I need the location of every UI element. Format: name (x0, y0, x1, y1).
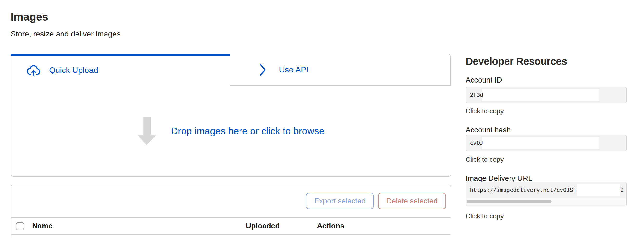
active-tab-indicator (10, 54, 230, 56)
dropzone-label: Drop images here or click to browse (171, 125, 324, 136)
account-id-copy-hint: Click to copy (466, 107, 504, 115)
select-all-checkbox[interactable] (16, 222, 24, 230)
account-hash-value: cv0J (470, 135, 483, 151)
image-list-card: Export selected Delete selected Name Upl… (10, 185, 451, 238)
account-hash-copy-hint: Click to copy (466, 155, 504, 163)
dropzone[interactable]: Drop images here or click to browse (11, 86, 451, 176)
cloud-upload-icon (26, 65, 41, 77)
page-title: Images (10, 10, 48, 23)
images-page: Images Store, resize and deliver images … (0, 0, 644, 238)
account-id-field[interactable]: 2f3d (466, 87, 627, 103)
column-header-actions: Actions (317, 222, 451, 230)
column-header-name: Name (32, 222, 246, 230)
redaction-overlay (482, 89, 599, 101)
table-header: Name Uploaded Actions (11, 217, 451, 235)
account-hash-label: Account hash (466, 126, 511, 134)
image-delivery-url-field[interactable]: https://imagedelivery.net/cv0JSj 2 (466, 182, 627, 206)
chevron-right-icon (259, 63, 266, 76)
selection-toolbar: Export selected Delete selected (306, 193, 446, 209)
tab-use-api-label: Use API (279, 65, 308, 75)
column-header-uploaded: Uploaded (246, 222, 317, 230)
image-delivery-url-value: https://imagedelivery.net/cv0JSj (470, 182, 576, 198)
account-hash-field[interactable]: cv0J (466, 135, 627, 151)
tab-quick-upload-label: Quick Upload (49, 66, 98, 75)
tab-quick-upload[interactable]: Quick Upload (11, 56, 230, 85)
page-subtitle: Store, resize and deliver images (10, 30, 120, 38)
export-selected-button[interactable]: Export selected (306, 193, 374, 209)
url-edge-fragment: 2 (620, 182, 624, 198)
down-arrow-icon (137, 117, 156, 145)
account-id-label: Account ID (466, 76, 502, 85)
developer-resources-panel: Developer Resources Account ID 2f3d Clic… (466, 54, 627, 238)
tab-use-api[interactable]: Use API (230, 54, 451, 86)
account-id-value: 2f3d (470, 87, 483, 103)
upload-card: Quick Upload Use API Drop images here or… (10, 54, 451, 177)
horizontal-scrollbar-thumb[interactable] (467, 200, 552, 204)
image-delivery-url-label: Image Delivery URL (466, 174, 532, 183)
horizontal-scrollbar-track (466, 198, 626, 205)
delete-selected-button[interactable]: Delete selected (378, 193, 446, 209)
redaction-overlay (577, 184, 620, 196)
redaction-overlay (482, 137, 599, 149)
image-delivery-url-copy-hint: Click to copy (466, 212, 504, 220)
developer-resources-title: Developer Resources (466, 56, 567, 67)
